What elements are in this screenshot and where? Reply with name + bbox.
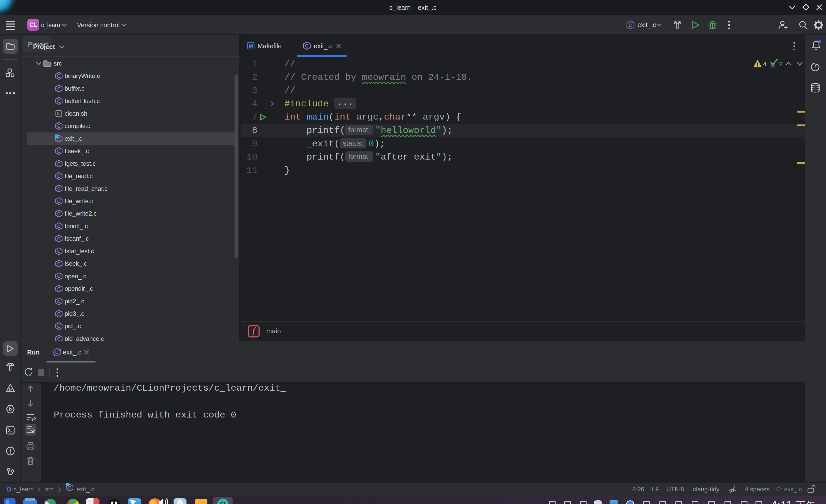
svg-text:M: M (249, 43, 253, 49)
svg-text:C: C (629, 22, 632, 28)
svg-text:C: C (55, 350, 59, 355)
